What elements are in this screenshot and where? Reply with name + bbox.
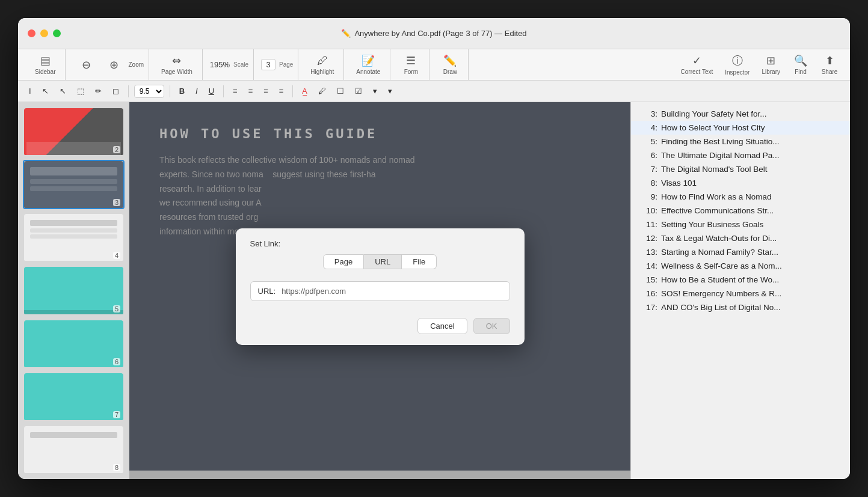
- page-thumbnail-4[interactable]: 4: [23, 213, 125, 262]
- annotate-button[interactable]: 📝 Annotate: [351, 52, 385, 78]
- sidebar-icon: ▤: [40, 54, 51, 67]
- format-divider-3: [223, 85, 224, 97]
- toc-item[interactable]: 4:How to Select Your Host City: [631, 121, 850, 135]
- page-thumb-number-8: 8: [113, 464, 120, 471]
- close-button[interactable]: [28, 29, 35, 37]
- highlight-color-button[interactable]: 🖊: [315, 85, 330, 97]
- toc-item[interactable]: 13:Starting a Nomad Family? Star...: [631, 245, 850, 259]
- modal-footer: Cancel OK: [236, 312, 525, 345]
- form-button[interactable]: ☰ Form: [398, 52, 424, 78]
- sidebar-button[interactable]: ▤ Sidebar: [30, 52, 60, 78]
- share-button[interactable]: ⬆ Share: [816, 52, 843, 78]
- toc-item[interactable]: 10:Effective Communications Str...: [631, 204, 850, 218]
- toc-item[interactable]: 6:The Ultimate Digital Nomad Pa...: [631, 148, 850, 162]
- page-thumbnail-8[interactable]: 8: [23, 425, 125, 474]
- dropdown-arrow[interactable]: ▾: [369, 85, 381, 97]
- library-button[interactable]: ⊞ Library: [757, 52, 785, 78]
- page-thumbnail-6[interactable]: 6: [23, 319, 125, 368]
- zoom-group: ⊖ ⊕ Zoom: [68, 49, 149, 80]
- minimize-button[interactable]: [40, 29, 48, 37]
- page-thumb-number-7: 7: [113, 411, 120, 418]
- eraser-tool[interactable]: ◻: [109, 85, 123, 97]
- color-underline-button[interactable]: A̲: [298, 85, 311, 97]
- sidebar-group: ▤ Sidebar: [25, 49, 66, 80]
- page-thumb-number-3: 3: [113, 199, 120, 206]
- find-button[interactable]: 🔍 Find: [787, 52, 814, 78]
- edit-icon: ✏️: [341, 29, 351, 38]
- page-thumb-number-2: 2: [113, 146, 120, 153]
- page-thumbnail-3[interactable]: 3: [23, 160, 125, 209]
- tab-page[interactable]: Page: [323, 254, 364, 269]
- annotate-group: 📝 Annotate: [346, 49, 390, 80]
- page-thumbnail-5[interactable]: 5: [23, 266, 125, 315]
- toc-item[interactable]: 17:AND CO's Big List of Digital No...: [631, 300, 850, 314]
- align-justify-button[interactable]: ≡: [275, 85, 288, 97]
- align-right-button[interactable]: ≡: [260, 85, 272, 97]
- toc-item[interactable]: 15:How to Be a Student of the Wo...: [631, 273, 850, 287]
- page-thumbnail-2[interactable]: 2: [23, 107, 125, 156]
- right-tools: ✓ Correct Text ⓘ Inspector ⊞ Library 🔍 F…: [676, 51, 843, 78]
- toc-item[interactable]: 16:SOS! Emergency Numbers & R...: [631, 287, 850, 300]
- second-dropdown[interactable]: ▾: [384, 85, 396, 97]
- modal-tabs: Page URL File: [236, 254, 525, 275]
- url-input[interactable]: [282, 287, 502, 296]
- select-tool[interactable]: ↖: [38, 85, 52, 97]
- toc-item[interactable]: 12:Tax & Legal Watch-Outs for Di...: [631, 231, 850, 245]
- tab-url[interactable]: URL: [364, 254, 402, 269]
- form-icon: ☰: [406, 54, 416, 67]
- page-thumbnail-7[interactable]: 7: [23, 372, 125, 421]
- toc-item[interactable]: 9:How to Find Work as a Nomad: [631, 190, 850, 204]
- document-area: HOW TO USE THIS GUIDE This book reflects…: [129, 102, 630, 479]
- highlight-icon: 🖊: [317, 55, 328, 67]
- tab-file[interactable]: File: [402, 254, 437, 269]
- text-select-tool[interactable]: ↖: [56, 85, 70, 97]
- cursor-tool[interactable]: I: [25, 85, 35, 97]
- find-icon: 🔍: [794, 54, 807, 67]
- scroll-bar[interactable]: [129, 471, 630, 479]
- page-group: 3 Page: [256, 49, 298, 80]
- modal-overlay: Set Link: Page URL File URL:: [129, 102, 630, 471]
- toc-item[interactable]: 11:Setting Your Business Goals: [631, 218, 850, 231]
- align-left-button[interactable]: ≡: [229, 85, 241, 97]
- toc-list: 3:Building Your Safety Net for...4:How t…: [631, 107, 850, 314]
- toc-item[interactable]: 3:Building Your Safety Net for...: [631, 107, 850, 121]
- underline-button[interactable]: U: [205, 85, 218, 97]
- zoom-out-button[interactable]: ⊖: [73, 56, 99, 74]
- library-icon: ⊞: [766, 54, 775, 67]
- page-width-button[interactable]: ⇔ Page Width: [156, 52, 197, 78]
- main-content: 2 3 4: [18, 102, 850, 479]
- rect-select-tool[interactable]: ⬚: [73, 85, 88, 97]
- highlight-button[interactable]: 🖊 Highlight: [306, 52, 339, 78]
- font-size-select[interactable]: 9.5: [134, 85, 164, 98]
- modal-body: URL:: [236, 275, 525, 312]
- maximize-button[interactable]: [53, 29, 61, 37]
- pencil-tool[interactable]: ✏: [91, 85, 105, 97]
- correct-text-button[interactable]: ✓ Correct Text: [676, 52, 718, 78]
- toc-item[interactable]: 14:Wellness & Self-Care as a Nom...: [631, 259, 850, 273]
- scale-label: Scale: [233, 61, 248, 68]
- page-thumb-number-6: 6: [113, 358, 120, 365]
- title-bar: ✏️ Anywhere by And Co.pdf (Page 3 of 77)…: [18, 18, 850, 49]
- page-value: 3: [261, 59, 275, 70]
- cancel-button[interactable]: Cancel: [417, 318, 467, 334]
- inspector-icon: ⓘ: [732, 53, 743, 68]
- ok-button[interactable]: OK: [473, 318, 510, 334]
- draw-button[interactable]: ✏️ Draw: [437, 52, 463, 78]
- page-width-group: ⇔ Page Width: [152, 49, 203, 80]
- toc-item[interactable]: 5:Finding the Best Living Situatio...: [631, 135, 850, 148]
- italic-button[interactable]: I: [192, 85, 202, 97]
- window-title-area: ✏️ Anywhere by And Co.pdf (Page 3 of 77)…: [341, 29, 526, 38]
- right-panel: 3:Building Your Safety Net for...4:How t…: [630, 102, 850, 479]
- document-page: HOW TO USE THIS GUIDE This book reflects…: [129, 102, 630, 471]
- toc-item[interactable]: 8:Visas 101: [631, 176, 850, 190]
- inspector-button[interactable]: ⓘ Inspector: [720, 51, 754, 78]
- toc-item[interactable]: 7:The Digital Nomad's Tool Belt: [631, 162, 850, 176]
- checkbox-checked-button[interactable]: ☑: [351, 85, 366, 97]
- set-link-modal: Set Link: Page URL File URL:: [236, 228, 525, 345]
- align-center-button[interactable]: ≡: [245, 85, 257, 97]
- zoom-in-button[interactable]: ⊕: [100, 56, 127, 74]
- zoom-in-icon: ⊕: [109, 58, 119, 72]
- bold-button[interactable]: B: [176, 85, 188, 97]
- url-row: URL:: [250, 281, 510, 301]
- checkbox-button[interactable]: ☐: [333, 85, 348, 97]
